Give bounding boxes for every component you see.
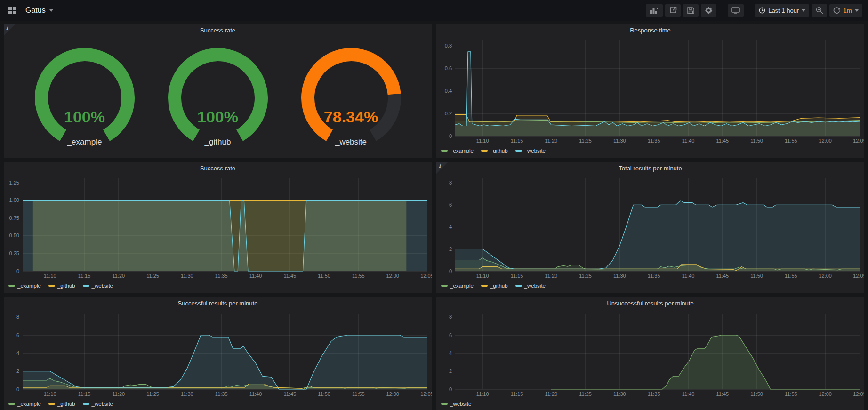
svg-text:0: 0 bbox=[449, 268, 452, 274]
svg-text:11:40: 11:40 bbox=[682, 138, 695, 144]
unsuccessful-results-chart[interactable]: 0246811:1011:1511:2011:2511:3011:3511:40… bbox=[436, 310, 864, 399]
save-icon bbox=[687, 7, 694, 14]
chart-legend: _example_github_website bbox=[4, 281, 432, 293]
legend-swatch bbox=[83, 285, 89, 287]
svg-text:0: 0 bbox=[16, 268, 19, 274]
success-rate-chart[interactable]: 00.250.500.751.001.2511:1011:1511:2011:2… bbox=[4, 175, 432, 281]
svg-text:0.50: 0.50 bbox=[9, 233, 19, 238]
legend-label: _example bbox=[17, 283, 41, 289]
legend-label: _website bbox=[524, 283, 546, 289]
chart-legend: _website bbox=[436, 399, 864, 410]
svg-text:6: 6 bbox=[16, 332, 19, 338]
svg-text:11:55: 11:55 bbox=[785, 273, 797, 279]
legend-swatch bbox=[441, 150, 448, 152]
svg-text:11:10: 11:10 bbox=[476, 391, 489, 397]
legend-label: _github bbox=[490, 148, 508, 153]
panel-title[interactable]: Unsuccessful results per minute bbox=[436, 297, 864, 310]
legend-item[interactable]: _github bbox=[48, 283, 75, 289]
svg-text:12:00: 12:00 bbox=[386, 273, 399, 279]
svg-text:0.6: 0.6 bbox=[445, 65, 452, 71]
svg-text:11:15: 11:15 bbox=[78, 391, 91, 397]
legend-label: _example bbox=[450, 148, 474, 153]
save-button[interactable] bbox=[683, 4, 699, 17]
svg-text:12:00: 12:00 bbox=[819, 391, 832, 397]
panel-title[interactable]: Success rate bbox=[4, 162, 432, 175]
share-icon bbox=[669, 7, 677, 14]
panel-title[interactable]: Response time bbox=[436, 24, 864, 37]
svg-text:12:00: 12:00 bbox=[386, 391, 399, 397]
chevron-down-icon bbox=[855, 9, 859, 14]
svg-text:12:00: 12:00 bbox=[819, 138, 832, 144]
svg-text:11:25: 11:25 bbox=[146, 391, 159, 397]
share-button[interactable] bbox=[665, 4, 681, 17]
successful-results-chart[interactable]: 0246811:1011:1511:2011:2511:3011:3511:40… bbox=[4, 310, 432, 399]
dashboard-title: Gatus bbox=[25, 6, 46, 15]
total-results-chart[interactable]: 0246811:1011:1511:2011:2511:3011:3511:40… bbox=[436, 175, 864, 281]
legend-item[interactable]: _github bbox=[481, 283, 508, 289]
legend-label: _github bbox=[57, 401, 75, 407]
legend-item[interactable]: _website bbox=[83, 283, 113, 289]
svg-text:11:50: 11:50 bbox=[750, 273, 763, 279]
legend-label: _example bbox=[17, 401, 41, 407]
add-panel-icon bbox=[650, 7, 659, 14]
gauge-label: _website bbox=[288, 137, 415, 147]
legend-item[interactable]: _github bbox=[48, 401, 75, 407]
legend-item[interactable]: _website bbox=[515, 283, 546, 289]
panel-success-rate-gauges: i Success rate 100%_example100%_github78… bbox=[4, 24, 432, 158]
refresh-interval-label: 1m bbox=[843, 7, 852, 14]
svg-text:11:35: 11:35 bbox=[648, 138, 660, 144]
gauge-arc bbox=[157, 47, 279, 148]
svg-text:11:10: 11:10 bbox=[44, 391, 56, 397]
panel-title[interactable]: Total results per minute bbox=[436, 162, 864, 175]
legend-item[interactable]: _website bbox=[83, 401, 113, 407]
legend-item[interactable]: _example bbox=[441, 148, 474, 153]
info-corner-icon[interactable]: i bbox=[4, 24, 15, 36]
legend-item[interactable]: _github bbox=[481, 148, 508, 153]
legend-item[interactable]: _example bbox=[8, 401, 41, 407]
svg-text:12:05: 12:05 bbox=[420, 273, 432, 279]
svg-text:4: 4 bbox=[16, 350, 19, 356]
panel-successful-results: Successful results per minute 0246811:10… bbox=[4, 297, 432, 410]
legend-label: _github bbox=[490, 283, 508, 289]
panel-title[interactable]: Success rate bbox=[4, 24, 432, 37]
svg-text:11:45: 11:45 bbox=[283, 391, 296, 397]
svg-text:11:40: 11:40 bbox=[249, 273, 262, 279]
legend-swatch bbox=[515, 285, 522, 287]
dashboards-grid-icon[interactable] bbox=[6, 4, 19, 17]
legend-swatch bbox=[515, 150, 522, 152]
svg-text:11:40: 11:40 bbox=[249, 391, 262, 397]
svg-text:11:40: 11:40 bbox=[682, 391, 695, 397]
legend-swatch bbox=[8, 285, 15, 287]
panel-title[interactable]: Successful results per minute bbox=[4, 297, 432, 310]
cycle-view-button[interactable] bbox=[728, 4, 744, 17]
svg-text:12:05: 12:05 bbox=[853, 273, 864, 279]
zoom-out-icon bbox=[816, 7, 823, 14]
legend-swatch bbox=[8, 403, 15, 405]
settings-button[interactable] bbox=[701, 4, 716, 17]
monitor-icon bbox=[731, 7, 740, 14]
legend-item[interactable]: _example bbox=[441, 283, 474, 289]
svg-text:8: 8 bbox=[449, 314, 452, 320]
svg-text:11:15: 11:15 bbox=[511, 273, 523, 279]
svg-text:11:30: 11:30 bbox=[613, 391, 626, 397]
svg-text:0.8: 0.8 bbox=[445, 43, 452, 48]
response-time-chart[interactable]: 00.20.40.60.811:1011:1511:2011:2511:3011… bbox=[436, 37, 864, 145]
svg-text:11:45: 11:45 bbox=[283, 273, 296, 279]
legend-item[interactable]: _website bbox=[441, 401, 471, 407]
gauge-_website: 78.34%_website bbox=[288, 47, 415, 148]
svg-text:0: 0 bbox=[16, 386, 19, 392]
time-range-button[interactable]: Last 1 hour bbox=[755, 4, 809, 17]
refresh-button[interactable]: 1m bbox=[829, 4, 862, 17]
panel-success-rate-graph: Success rate 00.250.500.751.001.2511:101… bbox=[4, 162, 432, 293]
svg-text:0.2: 0.2 bbox=[445, 111, 452, 116]
svg-text:11:10: 11:10 bbox=[476, 138, 489, 144]
info-corner-icon[interactable]: i bbox=[436, 162, 448, 174]
legend-item[interactable]: _website bbox=[515, 148, 546, 153]
dashboard-title-dropdown[interactable]: Gatus bbox=[25, 6, 53, 15]
svg-text:11:15: 11:15 bbox=[78, 273, 91, 279]
legend-item[interactable]: _example bbox=[8, 283, 41, 289]
svg-text:11:45: 11:45 bbox=[716, 273, 729, 279]
zoom-out-button[interactable] bbox=[812, 4, 827, 17]
add-panel-button[interactable] bbox=[646, 4, 663, 17]
svg-text:11:55: 11:55 bbox=[785, 138, 797, 144]
